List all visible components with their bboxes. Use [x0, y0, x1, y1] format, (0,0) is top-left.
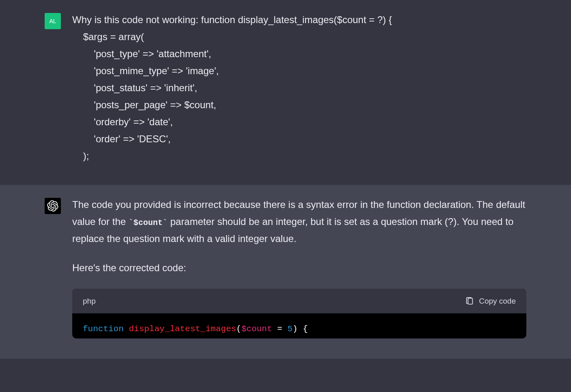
code-token-space — [124, 324, 129, 334]
code-token-space2 — [297, 324, 303, 334]
assistant-avatar — [45, 198, 61, 214]
code-token-brace: { — [303, 324, 308, 334]
code-token-variable: $count — [241, 324, 272, 334]
code-token-keyword: function — [83, 324, 124, 334]
svg-rect-0 — [468, 298, 472, 304]
code-block: php Copy code function display_latest_im… — [72, 289, 526, 338]
copy-code-label: Copy code — [479, 294, 516, 308]
assistant-message: The code you provided is incorrect becau… — [0, 185, 571, 359]
code-token-rparen: ) — [293, 324, 298, 334]
copy-code-button[interactable]: Copy code — [465, 294, 516, 308]
clipboard-icon — [465, 297, 474, 306]
code-token-eq: = — [272, 324, 287, 334]
code-token-number: 5 — [287, 324, 293, 334]
openai-logo-icon — [47, 200, 58, 212]
user-message-text: Why is this code not working: function d… — [72, 11, 526, 165]
code-token-function: display_latest_images — [129, 324, 236, 334]
user-avatar-text: AL — [49, 16, 56, 26]
code-token-lparen: ( — [236, 324, 241, 334]
user-content: Why is this code not working: function d… — [72, 11, 526, 165]
code-block-header: php Copy code — [72, 289, 526, 313]
user-avatar: AL — [45, 13, 61, 29]
code-block-body: function display_latest_images($count = … — [72, 313, 526, 338]
assistant-content: The code you provided is incorrect becau… — [72, 196, 526, 338]
assistant-paragraph-2: Here's the corrected code: — [72, 259, 526, 276]
user-message: AL Why is this code not working: functio… — [0, 0, 571, 185]
code-language-label: php — [83, 294, 96, 308]
inline-code-count: `$count` — [129, 218, 168, 227]
assistant-paragraph-1: The code you provided is incorrect becau… — [72, 196, 526, 247]
